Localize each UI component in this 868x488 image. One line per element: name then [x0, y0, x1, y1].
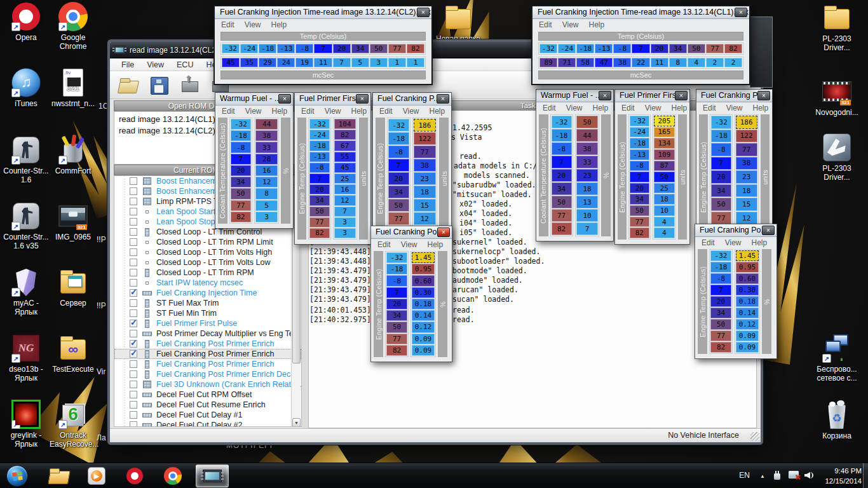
- tree-checkbox[interactable]: [130, 411, 137, 419]
- value-cell[interactable]: 3: [370, 58, 388, 67]
- tree-row[interactable]: Post Primer Decay Multiplier vs Eng Te..…: [114, 329, 301, 339]
- value-cell[interactable]: 12: [736, 212, 757, 225]
- fuel-primer-left-menu-view[interactable]: View: [325, 107, 341, 116]
- close-icon[interactable]: ×: [599, 91, 611, 100]
- value-cell[interactable]: 16: [334, 184, 356, 194]
- value-cell[interactable]: 33: [255, 142, 278, 152]
- cranking-injection-cl2-menu-edit[interactable]: Edit: [221, 20, 234, 29]
- desktop-icon-new-folder[interactable]: Новая папка: [435, 3, 482, 43]
- value-cell[interactable]: 25: [334, 173, 356, 184]
- taskbar-opera-button[interactable]: [118, 464, 151, 487]
- tree-checkbox[interactable]: [130, 198, 137, 205]
- value-cell[interactable]: 28: [255, 154, 278, 165]
- resize-grip[interactable]: [750, 432, 759, 441]
- value-cell[interactable]: 15: [414, 199, 437, 212]
- selected-value-cell[interactable]: 186: [736, 116, 757, 129]
- tree-row[interactable]: Closed Loop - LT Trim RPM: [114, 268, 301, 278]
- cranking-injection-cl1-menu-view[interactable]: View: [562, 20, 579, 29]
- fuel-cranking-post-right-menu-view[interactable]: View: [726, 104, 743, 112]
- tree-checkbox[interactable]: [130, 177, 137, 185]
- value-cell[interactable]: 1: [407, 58, 424, 67]
- desktop-icon-wireless-network[interactable]: ↗Беспрово... сетевое с...: [813, 333, 860, 383]
- cranking-injection-cl1-titlebar[interactable]: Fuel Cranking Injection Time-read image …: [532, 6, 749, 19]
- desktop-icon-img0965[interactable]: 321IMG_0965: [50, 201, 97, 241]
- value-cell[interactable]: 8: [669, 58, 687, 67]
- warmup-fuel-right-menu-edit[interactable]: Edit: [543, 104, 556, 112]
- selected-value-cell[interactable]: 205: [654, 116, 675, 126]
- value-cell[interactable]: 11: [651, 58, 668, 67]
- tree-checkbox[interactable]: [130, 187, 137, 195]
- value-cell[interactable]: 22: [632, 58, 649, 67]
- hidden-icons-arrow[interactable]: ▲: [760, 473, 765, 479]
- value-cell[interactable]: 2: [724, 58, 742, 67]
- tree-checkbox[interactable]: [130, 370, 137, 378]
- fuel-cranking-post-left-menu-edit[interactable]: Edit: [379, 107, 393, 116]
- value-cell[interactable]: 4: [688, 58, 705, 67]
- fuel-primer-right-titlebar[interactable]: Fuel Primer Firs...×: [615, 90, 689, 102]
- tree-checkbox[interactable]: [130, 360, 137, 368]
- tree-row[interactable]: Decel Fuel Cut Resume Enrich: [114, 400, 301, 410]
- value-cell[interactable]: 18: [654, 194, 675, 205]
- value-cell[interactable]: 38: [576, 142, 599, 155]
- volume-icon[interactable]: [804, 471, 815, 480]
- value-cell[interactable]: 12: [255, 177, 278, 187]
- value-cell[interactable]: 0.09: [736, 342, 759, 353]
- fuel-primer-left-menu-help[interactable]: Help: [351, 107, 367, 116]
- value-cell[interactable]: 38: [414, 159, 437, 172]
- warmup-fuel-left-titlebar[interactable]: Warmup Fuel - ...×: [215, 93, 293, 105]
- tree-row[interactable]: Fuel 3D Unknown (Crank Enrich Relate...: [114, 379, 301, 390]
- value-cell[interactable]: 11: [314, 58, 332, 67]
- selected-value-cell[interactable]: 1.45: [412, 252, 435, 263]
- value-cell[interactable]: 23: [736, 170, 757, 184]
- tree-row[interactable]: Fuel Cranking Post Primer Enrich: [114, 349, 301, 359]
- tree-checkbox[interactable]: [130, 350, 137, 358]
- value-cell[interactable]: 77: [414, 146, 437, 158]
- fuel-cranking-post-right2-titlebar[interactable]: Fuel Cranking Po...×: [695, 224, 776, 237]
- value-cell[interactable]: 19: [295, 58, 313, 67]
- main-menu-view[interactable]: View: [140, 60, 170, 69]
- tree-checkbox[interactable]: [130, 340, 137, 348]
- tree-row[interactable]: ST Fuel Min Trim: [114, 308, 301, 318]
- start-button[interactable]: [6, 465, 28, 487]
- desktop-icon-nwsstrnt[interactable]: 321.flvnwsstrnt_n...: [50, 67, 97, 108]
- value-cell[interactable]: 24: [277, 58, 295, 67]
- tree-row[interactable]: Start IPW latency mcsec: [114, 278, 301, 288]
- desktop-icon-myac[interactable]: ↗myAC - Ярлык: [3, 267, 50, 316]
- tree-checkbox[interactable]: [130, 269, 137, 276]
- fuel-cranking-post-right2-menu-view[interactable]: View: [725, 238, 742, 247]
- value-cell[interactable]: 13: [576, 196, 599, 208]
- scroll-down-icon[interactable]: ▼: [292, 418, 301, 427]
- desktop-icon-opera[interactable]: ↗Opera: [3, 1, 50, 42]
- value-cell[interactable]: 7: [334, 207, 356, 217]
- value-cell[interactable]: 109: [654, 149, 675, 160]
- tree-checkbox[interactable]: [130, 208, 137, 215]
- value-cell[interactable]: 89: [539, 58, 557, 67]
- tree-row[interactable]: Fuel Cranking Injection Time: [114, 288, 301, 298]
- desktop-icon-dseo13b[interactable]: NG↗dseo13b - Ярлык: [3, 333, 50, 383]
- value-cell[interactable]: 25: [654, 183, 675, 194]
- tree-checkbox[interactable]: [130, 238, 137, 246]
- fuel-primer-right-menu-view[interactable]: View: [645, 104, 661, 112]
- value-cell[interactable]: 45: [222, 58, 240, 67]
- value-cell[interactable]: 0.09: [412, 345, 435, 356]
- read-ecu-icon[interactable]: [179, 75, 200, 95]
- language-indicator[interactable]: EN: [739, 471, 750, 480]
- desktop-icon-itunes[interactable]: ↗iTunes: [3, 67, 50, 108]
- value-cell[interactable]: 10: [654, 205, 675, 216]
- fuel-cranking-post-right-menu-edit[interactable]: Edit: [703, 104, 716, 112]
- fuel-cranking-post-left-titlebar[interactable]: Fuel Cranking P...×: [373, 93, 451, 105]
- fuel-primer-left-titlebar[interactable]: Fuel Primer Firs...×: [295, 93, 370, 105]
- tray-clock[interactable]: 9:46 PM 12/15/2014: [825, 466, 862, 486]
- value-cell[interactable]: 12: [334, 195, 356, 205]
- value-cell[interactable]: 0.09: [736, 330, 759, 341]
- tree-row[interactable]: Closed Loop - LT Trim Volts Low: [114, 257, 301, 268]
- tree-checkbox[interactable]: [130, 320, 137, 327]
- cranking-injection-cl2-menu-help[interactable]: Help: [271, 20, 287, 29]
- value-cell[interactable]: 71: [558, 58, 576, 67]
- fuel-cranking-post-right-titlebar[interactable]: Fuel Cranking P...×: [696, 90, 772, 102]
- value-cell[interactable]: 45: [334, 163, 356, 173]
- value-cell[interactable]: 5: [351, 58, 369, 67]
- fuel-primer-left-menu-edit[interactable]: Edit: [301, 107, 315, 116]
- value-cell[interactable]: 82: [334, 130, 356, 140]
- warmup-fuel-right-menu-view[interactable]: View: [566, 104, 583, 112]
